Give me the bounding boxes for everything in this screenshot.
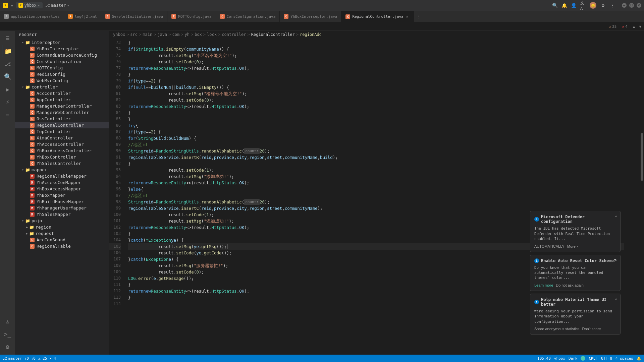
sidebar-item-YhAccessConMapper[interactable]: M YhAccessConMapper	[15, 179, 109, 186]
status-branch[interactable]: ⎇ master	[3, 356, 22, 361]
sidebar-item-RegionalTableMapper[interactable]: M RegionalTableMapper	[15, 173, 109, 179]
tab-overflow-button[interactable]: ⋮	[414, 14, 424, 19]
expand-warnings[interactable]: ▲	[633, 24, 635, 29]
status-theme[interactable]: Dark	[569, 356, 578, 361]
sidebar-item-YhSalesController[interactable]: C YhSalesController	[15, 160, 109, 167]
activity-search[interactable]: 🔍	[2, 70, 14, 82]
more-icon[interactable]: ⋮	[610, 3, 615, 8]
sidebar-item-YhAccessController[interactable]: C YhAccessController	[15, 141, 109, 147]
warning-count[interactable]: ⚠ 25	[609, 24, 617, 29]
status-sync[interactable]: ↑0 ↓0	[24, 356, 36, 361]
java-icon: C	[30, 47, 35, 51]
sidebar-item-YhSalesMapper[interactable]: M YhSalesMapper	[15, 211, 109, 218]
tab-regional-controller[interactable]: C RegionalController.java ✕	[341, 11, 414, 22]
automatically-button[interactable]: AUTOMATICALLY	[534, 244, 565, 248]
code-line-76: result.setCode(0);	[128, 59, 624, 65]
sidebar-item-ManagerUserController[interactable]: C ManagerUserController	[15, 103, 109, 109]
mapper-icon: M	[30, 199, 35, 204]
mapper-icon: M	[30, 206, 35, 210]
dont-share-button[interactable]: Don't share	[582, 327, 601, 331]
minimap[interactable]	[624, 38, 644, 355]
sidebar-item-ManagerWebController[interactable]: C ManagerWebController	[15, 109, 109, 116]
maximize-button[interactable]: ☐	[629, 3, 634, 8]
sidebar-item-pojo[interactable]: ▾ 📁 pojo	[15, 218, 109, 224]
activity-run[interactable]: ▶	[2, 83, 14, 95]
sidebar-item-WebMvcConfig[interactable]: C WebMvcConfig	[15, 77, 109, 84]
plugin-icon[interactable]: ⚙	[600, 3, 606, 8]
notification-expand-icon[interactable]: ⌃	[615, 258, 618, 264]
sidebar-item-request[interactable]: ▶ 📁 request	[15, 230, 109, 237]
sidebar-item-AccConSound[interactable]: C AccConSound	[15, 237, 109, 243]
sidebar-item-interceptor[interactable]: ▾ 📁 interceptor	[15, 39, 109, 46]
sidebar-item-region[interactable]: ▶ 📁 region	[15, 224, 109, 230]
tab-cors[interactable]: C CorsConfiguration.java	[216, 11, 280, 22]
sidebar-item-MQTTConfig[interactable]: C MQTTConfig	[15, 65, 109, 71]
status-app-name[interactable]: yhbox	[554, 356, 565, 361]
sidebar-item-AccController[interactable]: C AccController	[15, 90, 109, 97]
tab-mqtt[interactable]: C MQTTConfig.java	[167, 11, 216, 22]
search-icon[interactable]: 🔍	[552, 3, 557, 8]
collapse-warnings[interactable]: ▼	[639, 24, 641, 29]
activity-git[interactable]: ⎇	[2, 58, 14, 70]
share-anon-button[interactable]: Share anonymous statistics	[534, 327, 580, 331]
java-icon: C	[30, 66, 35, 70]
sidebar-item-YhBoxMapper[interactable]: M YhBoxMapper	[15, 192, 109, 198]
sidebar-item-TopController[interactable]: C TopController	[15, 128, 109, 135]
sidebar-item-OssController[interactable]: C OssController	[15, 116, 109, 122]
sidebar-item-CommandDataSourceConfig[interactable]: C CommandDataSourceConfig	[15, 52, 109, 58]
sidebar-item-RegionalController[interactable]: C RegionalController	[15, 122, 109, 128]
activity-menu[interactable]: ☰	[2, 32, 14, 44]
activity-problems[interactable]: ⚠	[2, 315, 14, 327]
hamburger-menu[interactable]: ≡	[11, 3, 13, 8]
avatar-icon[interactable]: 😊	[590, 2, 596, 9]
sidebar-item-AppController[interactable]: C AppController	[15, 97, 109, 103]
tab-yhbox-interceptor[interactable]: C YhBoxInterceptor.java	[280, 11, 341, 22]
activity-terminal[interactable]: >_	[2, 328, 14, 340]
close-button[interactable]: ✕	[637, 3, 641, 8]
project-dropdown[interactable]: Y yhbox ▾	[16, 2, 43, 8]
activity-settings[interactable]: ⚙	[2, 341, 14, 353]
status-line-ending[interactable]: CRLF	[589, 356, 598, 361]
status-feedback[interactable]: 🔔	[637, 356, 641, 361]
sidebar-item-label: TopController	[37, 129, 71, 134]
sidebar-item-RegionalTable[interactable]: C RegionalTable	[15, 243, 109, 249]
status-warnings[interactable]: ⚠ 25 ✕ 4	[38, 356, 56, 361]
sidebar-item-CorsConfiguration[interactable]: C CorsConfiguration	[15, 58, 109, 65]
sidebar-item-XimaController[interactable]: C XimaController	[15, 135, 109, 141]
sidebar-item-YhBoxAccessMapper[interactable]: M YhBoxAccessMapper	[15, 186, 109, 192]
window-controls: ─ ☐ ✕	[622, 3, 641, 8]
activity-more[interactable]: ⋯	[2, 109, 14, 121]
tab-close-button[interactable]: ✕	[405, 14, 410, 19]
more-button[interactable]: More ›	[567, 244, 578, 248]
sidebar-item-label: AccConSound	[37, 237, 65, 242]
tab-servlet[interactable]: C ServletInitializer.java	[101, 11, 167, 22]
user-icon[interactable]: 👤	[571, 3, 576, 8]
learn-more-button[interactable]: Learn more	[534, 283, 553, 287]
status-circle[interactable]	[581, 356, 585, 361]
do-not-ask-button[interactable]: Do not ask again	[556, 283, 584, 287]
breadcrumb-part: controller	[222, 32, 246, 37]
branch-dropdown[interactable]: ⎇ master ▾	[45, 3, 69, 8]
minimap-scrollbar[interactable]	[641, 133, 643, 181]
sidebar-item-RedisConfig[interactable]: C RedisConfig	[15, 71, 109, 77]
error-count[interactable]: ✕ 4	[622, 24, 628, 29]
activity-explorer[interactable]: 📁	[2, 45, 14, 57]
translate-icon[interactable]: 文A	[580, 3, 586, 8]
notification-expand-icon[interactable]: ⌃	[615, 297, 618, 303]
sidebar-item-YhManagerUserMapper[interactable]: M YhManagerUserMapper	[15, 205, 109, 211]
status-encoding[interactable]: UTF-8	[601, 356, 612, 361]
sidebar-item-YhBoxController[interactable]: C YhBoxController	[15, 154, 109, 160]
notifications-icon[interactable]: 🔔	[561, 3, 567, 8]
minimize-button[interactable]: ─	[622, 3, 627, 8]
activity-plugins[interactable]: ⚡	[2, 96, 14, 108]
sidebar-item-mapper[interactable]: ▾ 📁 mapper	[15, 167, 109, 173]
tab-log4j2[interactable]: X log4j2.xml	[64, 11, 101, 22]
status-indentation[interactable]: 4 spaces	[615, 356, 633, 361]
sidebar-item-YhBuildHouseMapper[interactable]: M YhBuildHouseMapper	[15, 198, 109, 205]
notification-expand-icon[interactable]: ⌃	[615, 215, 618, 220]
sidebar-item-controller[interactable]: ▾ 📁 controller	[15, 84, 109, 90]
tab-application-properties[interactable]: P application.properties	[0, 11, 64, 22]
sidebar-item-YhBoxInterceptor[interactable]: C YhBoxInterceptor	[15, 46, 109, 52]
sidebar-item-YhBoxAccessController[interactable]: C YhBoxAccessController	[15, 147, 109, 154]
status-line-col[interactable]: 105:40	[537, 356, 551, 361]
